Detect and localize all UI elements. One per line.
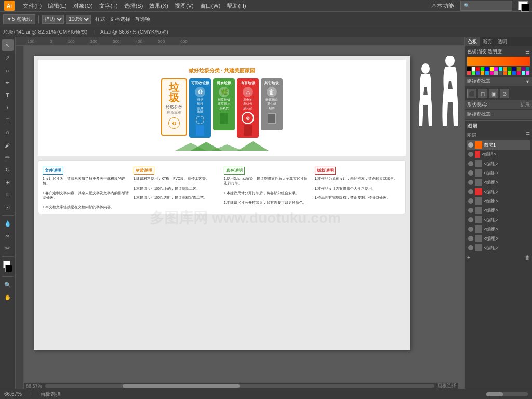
- color-swatch[interactable]: [472, 67, 475, 71]
- garbage-cards-row: 垃 圾 垃圾分类 投放标准 ♻ 可回收垃圾 ♻ 纸类塑料金属玻璃: [46, 78, 398, 138]
- color-swatch[interactable]: [512, 71, 516, 75]
- main-card-subtitle: 垃圾分类: [166, 104, 182, 110]
- color-swatch[interactable]: [494, 71, 498, 75]
- pencil-tool[interactable]: ✏: [2, 152, 14, 163]
- recyclable-label: 可回收垃圾: [191, 81, 209, 86]
- kitchen-label: 厨余垃圾: [217, 81, 231, 86]
- color-swatch[interactable]: [512, 67, 516, 71]
- lasso-tool[interactable]: ⌕: [2, 64, 14, 76]
- scissors-tool[interactable]: ✂: [2, 243, 14, 254]
- layers-menu-btn[interactable]: ☰: [526, 132, 530, 139]
- menu-view[interactable]: 视图(V): [175, 2, 194, 10]
- color-swatch[interactable]: [481, 71, 484, 75]
- search-box[interactable]: 🔍: [460, 1, 512, 11]
- free-transform-tool[interactable]: ⊡: [2, 202, 14, 213]
- canvas-area[interactable]: -1000100200300400500600 做好垃圾分类 · 共建美丽家园: [16, 37, 464, 389]
- hand-tool[interactable]: ✋: [2, 291, 14, 303]
- zoom-select[interactable]: 100%: [66, 15, 91, 24]
- menu-help[interactable]: 帮助(H): [227, 2, 246, 10]
- tab-transparency[interactable]: 透明: [495, 37, 510, 46]
- color-swatch[interactable]: [522, 67, 525, 71]
- brush-tool[interactable]: 🖌: [2, 139, 14, 151]
- layer-eye-5: [468, 180, 473, 185]
- rotate-tool[interactable]: ↻: [2, 164, 14, 176]
- pathfinder-intersect[interactable]: ▣: [489, 89, 498, 98]
- color-swatch[interactable]: [517, 67, 521, 71]
- color-swatch[interactable]: [494, 67, 498, 71]
- menu-select[interactable]: 选择(S): [124, 2, 143, 10]
- add-layer-btn[interactable]: +: [467, 255, 470, 260]
- ellipse-tool[interactable]: ○: [2, 127, 14, 138]
- layer-thumb-9: [475, 216, 482, 223]
- pathfinder-minus[interactable]: ◻: [478, 89, 487, 98]
- layer-thumb-7: [475, 197, 482, 205]
- main-color-swatch[interactable]: [467, 57, 530, 66]
- color-swatch[interactable]: [526, 71, 529, 75]
- layer-item-12[interactable]: <编组>: [467, 243, 530, 252]
- color-swatch[interactable]: [503, 71, 507, 75]
- layer-item-6[interactable]: <编组>: [467, 187, 530, 196]
- color-swatch[interactable]: [526, 67, 529, 71]
- layer-item-9[interactable]: <编组>: [467, 215, 530, 224]
- delete-layer-btn[interactable]: 🗑: [525, 255, 530, 260]
- color-swatch[interactable]: [467, 71, 471, 75]
- tab-gradient[interactable]: 渐变: [480, 37, 495, 46]
- color-swatch[interactable]: [508, 71, 511, 75]
- menu-object[interactable]: 对象(O): [73, 2, 93, 10]
- toolbar-mode[interactable]: ▼ 5 点活现: [3, 14, 35, 24]
- stroke-select[interactable]: 描边: [42, 15, 64, 24]
- color-swatch[interactable]: [503, 67, 507, 71]
- menu-type[interactable]: 文字(T): [99, 2, 118, 10]
- color-swatch[interactable]: [467, 67, 471, 71]
- layer-item-8[interactable]: <编组>: [467, 206, 530, 215]
- color-swatch[interactable]: [481, 67, 484, 71]
- pen-tool[interactable]: ✒: [2, 77, 14, 88]
- color-swatch[interactable]: [490, 67, 494, 71]
- menu-file[interactable]: 文件(F): [23, 2, 42, 10]
- rect-tool[interactable]: □: [2, 114, 14, 126]
- menu-edit[interactable]: 编辑(E): [48, 2, 67, 10]
- zoom-tool[interactable]: 🔍: [2, 279, 14, 290]
- horizontal-scrollbar[interactable]: 66.67% 画板选择: [24, 382, 458, 389]
- warp-tool[interactable]: ≋: [2, 189, 14, 201]
- menu-window[interactable]: 窗口(W): [200, 2, 221, 10]
- color-swatch[interactable]: [517, 71, 521, 75]
- selection-tool[interactable]: ↖: [2, 39, 14, 51]
- file-name-1: 垃圾桶41.ai @ 82.51% (CMYK/预览): [3, 29, 87, 36]
- pathfinder-unite[interactable]: ⬛: [467, 89, 476, 98]
- tab-swatches[interactable]: 色板: [465, 37, 480, 46]
- scale-tool[interactable]: ⊞: [2, 177, 14, 188]
- color-swatch[interactable]: [472, 71, 475, 75]
- color-swatch[interactable]: [490, 71, 494, 75]
- layer-item-1[interactable]: 图层1: [467, 140, 530, 150]
- eyedropper-tool[interactable]: 💧: [2, 218, 14, 229]
- layer-item-2[interactable]: <编组>: [467, 150, 530, 159]
- type-tool[interactable]: T: [2, 89, 14, 101]
- palette-menu-btn[interactable]: ☰: [525, 49, 530, 55]
- color-swatch[interactable]: [499, 71, 502, 75]
- layer-item-4[interactable]: <编组>: [467, 168, 530, 178]
- material-info-title: 材质说明: [134, 167, 154, 175]
- layer-eye-8: [468, 208, 473, 213]
- layer-item-5[interactable]: <编组>: [467, 178, 530, 187]
- expand-btn[interactable]: 扩展: [521, 101, 530, 108]
- line-tool[interactable]: /: [2, 102, 14, 113]
- color-swatch[interactable]: [485, 67, 489, 71]
- layer-item-10[interactable]: <编组>: [467, 224, 530, 234]
- color-swatch[interactable]: [485, 71, 489, 75]
- layer-item-7[interactable]: <编组>: [467, 196, 530, 206]
- color-swatch[interactable]: [476, 71, 480, 75]
- color-swatch[interactable]: [522, 71, 525, 75]
- pathfinder-exclude[interactable]: ⊘: [500, 89, 509, 98]
- material-info-panel: 材质说明 1.建议材料使用：KT板、PVC板、宣传工艺等。1.本建议尺寸100以…: [134, 165, 220, 209]
- layers-controls: + 🗑: [467, 255, 530, 260]
- direct-selection-tool[interactable]: ↗: [2, 52, 14, 63]
- layer-eye-12: [468, 245, 473, 250]
- blend-tool[interactable]: ∞: [2, 230, 14, 242]
- color-swatch[interactable]: [499, 67, 502, 71]
- color-swatch[interactable]: [476, 67, 480, 71]
- layer-item-3[interactable]: <编组>: [467, 159, 530, 168]
- menu-effects[interactable]: 效果(X): [149, 2, 168, 10]
- color-swatch[interactable]: [508, 67, 511, 71]
- layer-item-11[interactable]: <编组>: [467, 234, 530, 243]
